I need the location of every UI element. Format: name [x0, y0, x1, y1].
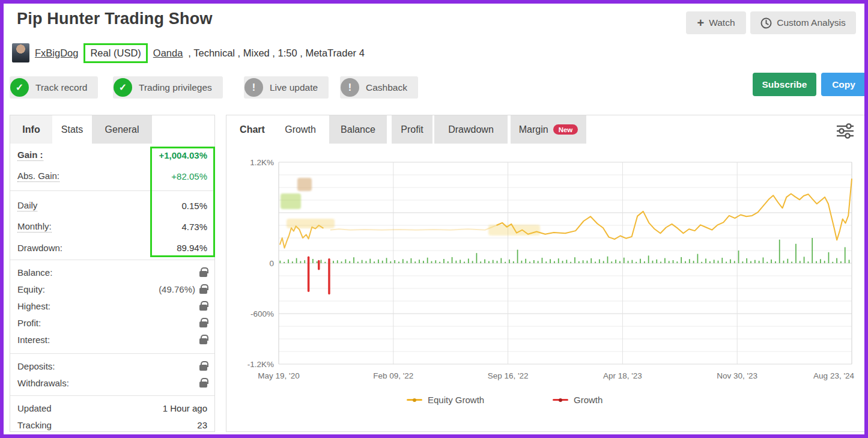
lock-icon: [199, 288, 207, 294]
chart-settings-icon[interactable]: [835, 122, 855, 140]
stat-label: Drawdown:: [17, 243, 62, 253]
tab-general[interactable]: General: [92, 115, 152, 144]
stat-label: Highest:: [17, 301, 50, 311]
account-type-highlight: Real (USD): [83, 43, 147, 63]
stat-row-tracking: Tracking 23: [10, 416, 214, 433]
custom-analysis-label: Custom Analysis: [777, 17, 846, 28]
svg-text:Feb 09, '22: Feb 09, '22: [373, 371, 413, 380]
stat-row-gain: Gain : +1,004.03%: [10, 147, 214, 163]
svg-text:0: 0: [269, 259, 274, 268]
watch-button[interactable]: + Watch: [686, 11, 746, 34]
tab-drawdown[interactable]: Drawdown: [434, 115, 508, 144]
stat-value: +82.05%: [171, 171, 207, 181]
legend-label: Growth: [574, 395, 602, 405]
stat-row-equity: Equity: (49.76%): [10, 281, 214, 297]
tab-growth[interactable]: Growth: [273, 115, 327, 144]
stat-label[interactable]: Abs. Gain:: [17, 171, 59, 182]
page: Pip Hunter Trading Show + Watch Custom A…: [0, 0, 868, 438]
stat-label: Profit:: [17, 318, 41, 328]
watch-button-label: Watch: [709, 17, 735, 28]
chart-panel: Chart Growth Balance Profit Drawdown Mar…: [226, 115, 867, 432]
custom-analysis-button[interactable]: Custom Analysis: [750, 11, 856, 34]
stat-value: +1,004.03%: [159, 150, 208, 160]
legend-marker: [553, 399, 568, 401]
svg-text:Sep 16, '22: Sep 16, '22: [488, 371, 529, 380]
account-info-line: FxBigDog Real (USD) Oanda , Technical , …: [12, 41, 365, 64]
lock-icon: [199, 338, 207, 344]
check-icon: ✓: [10, 78, 29, 97]
stat-label[interactable]: Monthly:: [17, 221, 52, 233]
legend-equity-growth[interactable]: Equity Growth: [407, 395, 484, 405]
svg-text:Nov 30, '23: Nov 30, '23: [717, 371, 757, 380]
stat-value: 89.94%: [177, 243, 207, 253]
exclamation-icon: !: [341, 78, 359, 97]
clock-icon: [760, 17, 772, 29]
page-title: Pip Hunter Trading Show: [17, 10, 213, 28]
lock-icon: [199, 305, 207, 311]
info-panel: Info Stats General Gain : +1,004.03% Abs…: [10, 115, 215, 432]
svg-text:Aug 23, '24: Aug 23, '24: [813, 371, 854, 380]
badge-label: Live update: [270, 82, 318, 93]
tab-chart[interactable]: Chart: [232, 115, 272, 144]
stat-value: 0.15%: [181, 201, 207, 211]
divider: [10, 353, 214, 354]
stat-row-highest: Highest:: [10, 297, 214, 314]
stat-label: Deposits:: [17, 361, 55, 371]
tab-profit[interactable]: Profit: [392, 115, 432, 144]
lock-icon: [199, 382, 207, 388]
stat-row-drawdown: Drawdown: 89.94%: [10, 239, 214, 256]
svg-text:-600%: -600%: [250, 309, 274, 318]
stat-label: Equity:: [17, 284, 45, 294]
growth-chart: 1.2K%0-600%-1.2K%May 19, '20Feb 09, '22S…: [226, 159, 855, 387]
badge-label: Cashback: [366, 82, 407, 93]
stat-row-deposits: Deposits:: [10, 357, 214, 374]
plus-icon: +: [697, 17, 704, 29]
stat-row-profit: Profit:: [10, 314, 214, 331]
stat-value: 4.73%: [181, 222, 207, 232]
tab-balance[interactable]: Balance: [329, 115, 387, 144]
legend-growth[interactable]: Growth: [553, 395, 602, 405]
badge-trading-privileges[interactable]: ✓ Trading privileges: [113, 76, 223, 99]
stat-label[interactable]: Gain :: [17, 150, 43, 161]
exclamation-icon: !: [244, 78, 263, 97]
svg-text:May 19, '20: May 19, '20: [258, 371, 299, 380]
badge-cashback[interactable]: ! Cashback: [340, 76, 418, 99]
stat-label: Updated: [17, 403, 52, 413]
stat-row-daily: Daily 0.15%: [10, 197, 214, 214]
stat-row-withdrawals: Withdrawals:: [10, 374, 214, 391]
stat-label: Balance:: [17, 267, 52, 278]
stat-label[interactable]: Daily: [17, 200, 37, 211]
new-badge: New: [553, 124, 578, 135]
account-meta: , Technical , Mixed , 1:50 , MetaTrader …: [188, 47, 364, 59]
stat-label: Tracking: [17, 420, 52, 430]
divider: [10, 260, 214, 260]
avatar[interactable]: [12, 43, 29, 62]
badge-live-update[interactable]: ! Live update: [244, 76, 329, 99]
stat-row-interest: Interest:: [10, 331, 214, 348]
tab-info[interactable]: Info: [10, 115, 52, 144]
svg-text:Apr 18, '23: Apr 18, '23: [603, 371, 642, 380]
lock-icon: [199, 365, 207, 371]
stat-row-monthly: Monthly: 4.73%: [10, 218, 214, 235]
tab-stats[interactable]: Stats: [52, 115, 92, 144]
lock-icon: [199, 271, 207, 277]
stat-row-abs-gain: Abs. Gain: +82.05%: [10, 168, 214, 184]
svg-text:1.2K%: 1.2K%: [250, 159, 274, 167]
legend-label: Equity Growth: [428, 395, 484, 405]
subscribe-button[interactable]: Subscribe: [753, 73, 816, 96]
stat-row-updated: Updated 1 Hour ago: [10, 400, 214, 416]
tab-margin-label: Margin: [519, 124, 548, 135]
copy-button[interactable]: Copy: [821, 73, 866, 96]
lock-icon: [199, 321, 207, 327]
stat-label: Interest:: [17, 335, 50, 345]
badge-track-record[interactable]: ✓ Track record: [10, 76, 98, 99]
svg-text:-1.2K%: -1.2K%: [247, 360, 274, 369]
tab-margin[interactable]: Margin New: [511, 115, 586, 144]
broker-link[interactable]: Oanda: [153, 47, 183, 59]
stat-value: 1 Hour ago: [163, 403, 207, 413]
legend-marker: [407, 399, 422, 401]
badge-label: Track record: [35, 82, 87, 93]
username-link[interactable]: FxBigDog: [35, 47, 78, 59]
check-icon: ✓: [114, 78, 132, 97]
stat-value: (49.76%): [159, 284, 195, 294]
